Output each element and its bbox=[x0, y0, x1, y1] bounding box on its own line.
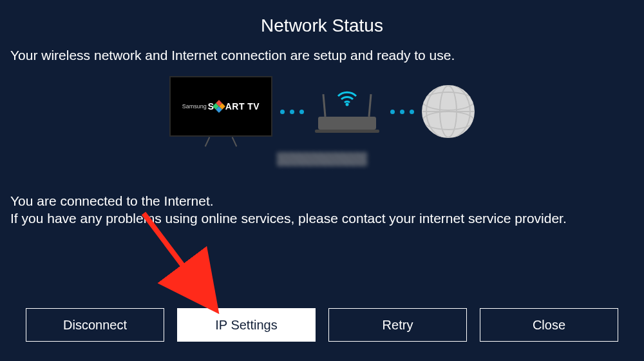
connection-diagram: Samsung S ART TV bbox=[0, 76, 644, 166]
network-ssid-redacted bbox=[277, 152, 367, 166]
retry-button[interactable]: Retry bbox=[328, 308, 467, 342]
page-title: Network Status bbox=[0, 0, 644, 48]
ip-settings-button[interactable]: IP Settings bbox=[177, 308, 316, 342]
connection-subtitle: Your wireless network and Internet conne… bbox=[0, 48, 644, 76]
tv-logo: S ART TV bbox=[208, 101, 260, 112]
router-icon bbox=[312, 91, 383, 133]
svg-point-0 bbox=[346, 102, 349, 106]
wifi-icon bbox=[334, 87, 360, 109]
status-message: You are connected to the Internet. If yo… bbox=[0, 192, 644, 228]
tv-brand: Samsung bbox=[182, 103, 207, 110]
status-line-2: If you have any problems using online se… bbox=[10, 210, 644, 227]
globe-icon bbox=[422, 85, 475, 138]
disconnect-button[interactable]: Disconnect bbox=[26, 308, 164, 342]
status-line-1: You are connected to the Internet. bbox=[10, 192, 644, 210]
button-row: Disconnect IP Settings Retry Close bbox=[0, 308, 644, 342]
tv-icon: Samsung S ART TV bbox=[169, 76, 272, 147]
connection-dots-right bbox=[390, 110, 414, 114]
connection-dots-left bbox=[280, 110, 304, 114]
close-button[interactable]: Close bbox=[480, 308, 618, 342]
